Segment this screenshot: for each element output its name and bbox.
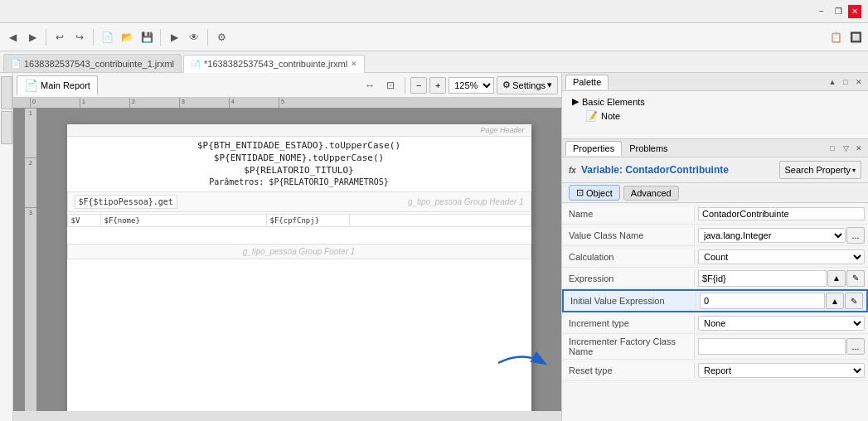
initial-value-edit-btn[interactable]: ✎ <box>845 293 863 309</box>
main-toolbar: ◀ ▶ ↩ ↪ 📄 📂 💾 ▶ 👁 ⚙ 📋 🔲 <box>0 23 868 51</box>
value-class-more-btn[interactable]: ... <box>846 227 865 244</box>
report-toolbar: 📄 Main Report ↔ ⊡ − + 125% 100% 75% 150%… <box>13 73 561 98</box>
field-params: Parâmetros: $P{RELATORIO_PARAMETROS} <box>74 177 525 186</box>
palette-tab-bar: Palette ▲ □ ✕ <box>562 73 868 91</box>
report-canvas-container[interactable]: 0 1 2 3 4 5 1 2 3 Page Header <box>13 98 561 421</box>
name-input[interactable] <box>698 207 865 220</box>
calculation-select[interactable]: Count Sum Average Highest Lowest <box>698 249 865 264</box>
props-detach-btn[interactable]: □ <box>827 143 838 154</box>
toolbar-btn-open[interactable]: 📂 <box>118 28 136 46</box>
palette-tab[interactable]: Palette <box>565 75 609 90</box>
prop-row-increment-type: Increment type None Report Page Column G… <box>562 312 868 334</box>
incrementer-more-btn[interactable]: ... <box>846 338 865 355</box>
initial-value-up-btn[interactable]: ▲ <box>826 293 844 309</box>
tab-file-1[interactable]: 📄 1638382537543_contribuinte_1.jrxml <box>3 54 182 72</box>
zoom-toolbar: ↔ ⊡ − + 125% 100% 75% 150% ⚙ Settings ▾ <box>361 76 558 94</box>
prop-value-incrementer[interactable]: ... <box>695 336 868 356</box>
center-panel: 📄 Main Report ↔ ⊡ − + 125% 100% 75% 150%… <box>13 73 561 421</box>
palette-content: ▶ Basic Elements 📝 Note <box>562 91 868 127</box>
toolbar-btn-right-2[interactable]: 🔲 <box>846 28 865 46</box>
sidebar-tab-1[interactable] <box>1 76 12 109</box>
report-canvas: Page Header $P{BTH_ENTIDADE_ESTADO}.toUp… <box>67 124 531 414</box>
properties-tab[interactable]: Properties <box>565 141 622 156</box>
advanced-tab-label: Advanced <box>631 188 672 198</box>
palette-collapse-btn[interactable]: ▲ <box>827 76 838 88</box>
prop-value-name[interactable] <box>695 206 868 222</box>
zoom-in-btn[interactable]: + <box>429 77 446 94</box>
fx-icon: fx <box>569 166 576 175</box>
prop-value-reset-type[interactable]: Report Page Column Group None <box>695 361 868 380</box>
expression-input[interactable] <box>698 270 827 287</box>
prop-value-expression[interactable]: ▲ ✎ <box>695 269 868 288</box>
fit-width-btn[interactable]: ↔ <box>361 76 379 94</box>
object-tab[interactable]: ⊡ Object <box>569 185 620 201</box>
note-label: Note <box>601 111 620 121</box>
ruler-mark-3: 3 <box>179 98 229 108</box>
prop-label-name: Name <box>562 206 695 221</box>
prop-label-reset-type: Reset type <box>562 363 695 378</box>
group-header-band-1: $F{$tipoPessoa}.get g_tipo_pessoa Group … <box>67 191 531 212</box>
toolbar-btn-undo[interactable]: ↩ <box>51 28 69 46</box>
basic-elements-label: Basic Elements <box>582 97 645 107</box>
left-sidebar <box>0 73 13 421</box>
palette-basic-elements[interactable]: ▶ Basic Elements <box>569 94 861 109</box>
editor-tab-bar: 📄 1638382537543_contribuinte_1.jrxml 📄 *… <box>0 51 868 73</box>
palette-note-item[interactable]: 📝 Note <box>569 109 861 123</box>
expression-up-btn[interactable]: ▲ <box>827 270 846 287</box>
settings-button[interactable]: ⚙ Settings ▾ <box>497 76 558 94</box>
expression-edit-btn[interactable]: ✎ <box>846 270 865 287</box>
toolbar-btn-new[interactable]: 📄 <box>98 28 116 46</box>
increment-type-select[interactable]: None Report Page Column Group <box>698 316 865 331</box>
tab-label-1: 1638382537543_contribuinte_1.jrxml <box>24 59 174 69</box>
toolbar-btn-redo[interactable]: ↪ <box>70 28 89 46</box>
advanced-tab[interactable]: Advanced <box>623 186 679 201</box>
toolbar-btn-preview[interactable]: 👁 <box>185 28 203 46</box>
toolbar-btn-compile[interactable]: ▶ <box>165 28 183 46</box>
toolbar-btn-2[interactable]: ▶ <box>23 28 41 46</box>
tab-close-button[interactable]: ✕ <box>351 60 357 68</box>
ruler-mark-2: 2 <box>129 98 179 108</box>
prop-row-calculation: Calculation Count Sum Average Highest Lo… <box>562 246 868 268</box>
palette-close-btn[interactable]: ✕ <box>853 76 865 88</box>
prop-row-value-class: Value Class Name java.lang.Integer java.… <box>562 225 868 246</box>
search-property-button[interactable]: Search Property ▾ <box>779 161 861 179</box>
props-close-btn[interactable]: ✕ <box>853 143 865 154</box>
prop-value-initial-value[interactable]: ▲ ✎ <box>696 291 866 311</box>
problems-tab[interactable]: Problems <box>622 141 675 156</box>
toolbar-btn-1[interactable]: ◀ <box>3 28 22 46</box>
palette-detach-btn[interactable]: □ <box>840 76 851 88</box>
zoom-out-btn[interactable]: − <box>410 77 427 94</box>
props-minimize-btn[interactable]: ▽ <box>840 143 851 154</box>
props-tab-controls: □ ▽ ✕ <box>827 143 865 154</box>
prop-row-reset-type: Reset type Report Page Column Group None <box>562 360 868 381</box>
col-cpf: $F{cpfCnpj} <box>267 215 350 226</box>
sidebar-tab-2[interactable] <box>1 111 12 144</box>
settings-dropdown-icon: ▾ <box>547 80 552 90</box>
canvas-scrollbar-h[interactable] <box>13 411 561 421</box>
zoom-sep <box>405 77 405 94</box>
maximize-button[interactable]: ❐ <box>832 5 845 18</box>
fit-page-btn[interactable]: ⊡ <box>381 76 400 94</box>
tab-file-2[interactable]: 📄 *1638382537543_contribuinte.jrxml ✕ <box>183 55 365 73</box>
reset-type-select[interactable]: Report Page Column Group None <box>698 363 865 378</box>
zoom-select[interactable]: 125% 100% 75% 150% <box>449 77 494 94</box>
value-class-select[interactable]: java.lang.Integer java.lang.Long java.la… <box>698 228 846 243</box>
main-report-tab[interactable]: 📄 Main Report <box>17 75 98 95</box>
toolbar-btn-extra[interactable]: ⚙ <box>212 28 230 46</box>
palette-section: Palette ▲ □ ✕ ▶ Basic Elements 📝 Note <box>562 73 868 139</box>
initial-value-input[interactable] <box>700 293 825 309</box>
minimize-button[interactable]: − <box>815 5 828 18</box>
tab-icon-1: 📄 <box>11 59 21 68</box>
incrementer-input[interactable] <box>698 338 846 355</box>
col-nome: $F{nome} <box>101 215 267 226</box>
toolbar-btn-right-1[interactable]: 📋 <box>827 28 845 46</box>
tab-icon-2: 📄 <box>191 60 201 69</box>
toolbar-btn-save[interactable]: 💾 <box>138 28 156 46</box>
object-advanced-tabs: ⊡ Object Advanced <box>562 183 868 203</box>
prop-value-class-container[interactable]: java.lang.Integer java.lang.Long java.la… <box>695 225 868 245</box>
prop-value-calculation[interactable]: Count Sum Average Highest Lowest <box>695 248 868 266</box>
prop-row-expression: Expression ▲ ✎ <box>562 268 868 289</box>
prop-row-name: Name <box>562 203 868 225</box>
close-button[interactable]: ✕ <box>848 5 861 18</box>
prop-value-increment-type[interactable]: None Report Page Column Group <box>695 314 868 332</box>
